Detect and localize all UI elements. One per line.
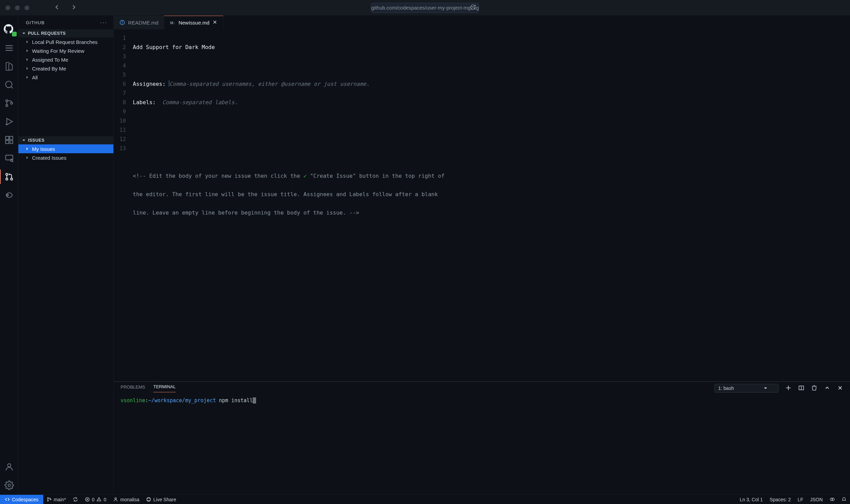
sb-sync[interactable] [69,495,81,504]
svg-point-46 [832,498,835,501]
issues-item-my-issues[interactable]: My Issues [18,144,113,153]
editor-area: README.md M↓ NewIssue.md 1 2 3 4 5 6 7 8… [114,16,850,494]
activity-remote-explorer[interactable] [0,149,18,168]
activity-bar [0,16,18,494]
sb-liveshare[interactable]: Live Share [143,495,179,504]
svg-point-7 [11,102,13,104]
svg-point-9 [6,124,6,125]
status-bar: Codespaces main* 0 0 monalisa Live Share… [0,494,850,504]
activity-github-pr[interactable] [0,168,18,186]
svg-point-3 [5,81,12,88]
activity-accounts[interactable] [0,458,18,476]
pr-section-header[interactable]: PULL REQUESTS [18,29,113,37]
svg-point-20 [7,194,9,196]
markdown-icon: M↓ [170,20,176,26]
bottom-panel: PROBLEMS TERMINAL 1: bash [114,381,850,494]
svg-point-18 [6,178,8,180]
activity-extensions[interactable] [0,131,18,149]
svg-rect-12 [5,140,9,143]
svg-point-25 [122,21,122,21]
tab-close-button[interactable] [212,19,218,26]
nav-back-button[interactable] [53,3,61,12]
activity-live-share[interactable] [0,186,18,204]
sb-eol[interactable]: LF [794,495,806,504]
code-content[interactable]: Add Support for Dark Mode Assignees: Com… [133,33,850,381]
sb-indentation[interactable]: Spaces: 2 [766,495,794,504]
svg-point-36 [47,498,48,499]
svg-line-4 [11,86,13,88]
issues-section-header[interactable]: ISSUES [18,136,113,144]
titlebar: github.com/codespaces/user-my-project-mg… [0,0,850,16]
svg-point-5 [6,100,8,102]
activity-run-debug[interactable] [0,112,18,131]
sb-cursor-position[interactable]: Ln 3, Col 1 [736,495,766,504]
svg-rect-11 [10,137,13,140]
refresh-icon[interactable] [470,4,476,11]
panel-maximize-button[interactable] [824,385,830,392]
sb-feedback[interactable] [826,495,838,504]
nav-forward-button[interactable] [70,3,78,12]
minimize-window-button[interactable] [15,5,20,10]
editor-tabs: README.md M↓ NewIssue.md [114,16,850,29]
line-gutter: 1 2 3 4 5 6 7 8 9 10 11 12 13 [114,33,133,381]
sb-language[interactable]: JSON [807,495,826,504]
svg-point-19 [11,178,13,180]
pr-item-all[interactable]: All [18,73,113,82]
svg-point-21 [7,464,11,467]
pr-item-created-by-me[interactable]: Created By Me [18,64,113,73]
traffic-lights [5,5,29,10]
code-editor[interactable]: 1 2 3 4 5 6 7 8 9 10 11 12 13 Add Suppor… [114,29,850,381]
sidebar: GITHUB ··· PULL REQUESTS Local Pull Requ… [18,16,114,494]
pr-item-waiting-review[interactable]: Waiting For My Review [18,46,113,55]
svg-rect-13 [10,141,13,143]
activity-search[interactable] [0,76,18,94]
chevron-down-icon [762,385,769,391]
svg-point-22 [8,484,10,487]
issues-item-created-issues[interactable]: Created Issues [18,153,113,162]
info-icon [119,19,125,26]
tab-readme[interactable]: README.md [114,16,164,29]
terminal-split-button[interactable] [798,385,804,392]
tab-newissue[interactable]: M↓ NewIssue.md [164,16,223,29]
activity-github[interactable] [0,20,18,39]
terminal[interactable]: vsonline:~/workspace/my_project npm inst… [114,395,850,494]
panel-close-button[interactable] [837,385,843,392]
panel-tab-problems[interactable]: PROBLEMS [121,384,145,392]
sb-branch[interactable]: main* [43,495,69,504]
activity-settings[interactable] [0,476,18,494]
svg-point-43 [115,498,116,499]
vscode-badge-icon [12,32,17,36]
svg-marker-8 [7,119,12,125]
terminal-select[interactable]: 1: bash [714,384,778,393]
sb-errors[interactable]: 0 0 [81,495,110,504]
sidebar-more-button[interactable]: ··· [100,19,107,26]
svg-point-6 [6,105,8,107]
maximize-window-button[interactable] [25,5,29,10]
activity-explorer[interactable] [0,57,18,76]
svg-rect-10 [5,137,9,140]
sb-codespaces[interactable]: Codespaces [0,495,43,504]
panel-tab-terminal[interactable]: TERMINAL [153,384,176,392]
terminal-kill-button[interactable] [811,385,817,392]
pr-item-local-branches[interactable]: Local Pull Request Branches [18,37,113,46]
activity-menu[interactable] [0,39,18,57]
url-bar[interactable]: github.com/codespaces/user-my-project-mg… [371,3,479,13]
terminal-new-button[interactable] [785,385,791,392]
svg-line-16 [12,161,13,162]
svg-point-17 [6,173,8,175]
sb-user[interactable]: monalisa [110,495,143,504]
sb-notifications[interactable] [838,495,850,504]
sidebar-title: GITHUB [26,20,45,25]
url-text: github.com/codespaces/user-my-project-mg… [371,5,479,11]
close-window-button[interactable] [5,5,10,10]
svg-point-37 [47,500,48,501]
activity-source-control[interactable] [0,94,18,112]
pr-item-assigned[interactable]: Assigned To Me [18,55,113,64]
